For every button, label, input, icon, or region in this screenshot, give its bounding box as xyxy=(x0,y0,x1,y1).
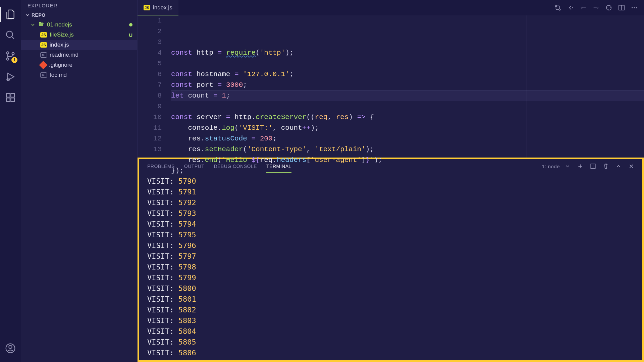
terminal-line: VISIT: 5791 xyxy=(147,187,634,197)
svg-rect-5 xyxy=(6,94,10,97)
chevron-down-icon xyxy=(30,22,36,27)
code-line[interactable]: res.statusCode = 200; xyxy=(171,133,644,144)
activity-explorer[interactable] xyxy=(0,4,21,25)
md-file-icon: M↓ xyxy=(40,72,47,78)
tree-folder[interactable]: 01-nodejs xyxy=(21,20,137,30)
record-keys-icon[interactable] xyxy=(605,4,612,11)
line-number: 2 xyxy=(138,26,162,37)
activity-run-debug[interactable] xyxy=(0,66,21,87)
line-number: 9 xyxy=(138,101,162,112)
terminal-line: VISIT: 5799 xyxy=(147,273,634,283)
file-status-badge: U xyxy=(129,32,132,38)
section-header-repo[interactable]: REPO xyxy=(21,11,137,19)
terminal-line: VISIT: 5795 xyxy=(147,230,634,240)
terminal-line: VISIT: 5803 xyxy=(147,315,634,326)
folder-label: 01-nodejs xyxy=(47,21,72,28)
terminal-line: VISIT: 5806 xyxy=(147,348,634,358)
line-number: 5 xyxy=(138,58,162,69)
js-file-icon: JS xyxy=(40,32,47,38)
code-line[interactable]: res.end(`Hello ${req.headers['user-agent… xyxy=(171,155,644,166)
svg-point-10 xyxy=(9,345,12,348)
svg-point-0 xyxy=(6,31,13,38)
line-number: 13 xyxy=(138,144,162,155)
code-line[interactable]: const server = http.createServer((req, r… xyxy=(171,112,644,123)
split-editor-icon[interactable] xyxy=(618,4,625,11)
line-number: 8 xyxy=(138,90,162,101)
panel-tab-problems[interactable]: PROBLEMS xyxy=(147,160,175,173)
line-number: 7 xyxy=(138,80,162,90)
svg-point-20 xyxy=(636,7,637,8)
svg-point-14 xyxy=(581,7,583,8)
terminal-line: VISIT: 5794 xyxy=(147,219,634,230)
activity-bar: 1 xyxy=(0,0,21,362)
terminal-line: VISIT: 5792 xyxy=(147,197,634,208)
code-line[interactable]: const http = require('http'); xyxy=(171,48,644,58)
code-line[interactable]: console.log('VISIT:', count++); xyxy=(171,123,644,133)
md-file-icon: M↓ xyxy=(40,52,47,58)
file-label: fileSize.js xyxy=(50,32,74,38)
current-line-highlight xyxy=(171,90,644,101)
file-tree: 01-nodejs JSfileSize.jsUJSindex.jsM↓read… xyxy=(21,19,137,81)
svg-point-15 xyxy=(597,7,598,8)
git-file-icon xyxy=(39,61,47,69)
code-line[interactable]: const port = 3000; xyxy=(171,80,644,90)
line-number: 4 xyxy=(138,48,162,58)
code-line[interactable]: const hostname = '127.0.0.1'; xyxy=(171,69,644,80)
line-number-gutter: 12345678910111213 xyxy=(138,15,171,158)
play-bug-icon xyxy=(5,71,16,82)
files-icon xyxy=(5,9,16,20)
terminal-line: VISIT: 5798 xyxy=(147,262,634,273)
terminal-line: VISIT: 5804 xyxy=(147,326,634,337)
svg-point-18 xyxy=(632,7,633,8)
tab-label: index.js xyxy=(153,4,172,11)
code-line[interactable] xyxy=(171,58,644,69)
explorer-sidebar: EXPLORER REPO 01-nodejs JSfileSize.jsUJS… xyxy=(21,0,138,362)
terminal-output[interactable]: VISIT: 5790VISIT: 5791VISIT: 5792VISIT: … xyxy=(139,173,642,360)
terminal-line: VISIT: 5796 xyxy=(147,240,634,251)
svg-point-3 xyxy=(12,53,14,55)
editor-title-actions xyxy=(554,0,644,15)
js-file-icon: JS xyxy=(144,5,150,10)
file-label: .gitignore xyxy=(49,62,72,68)
tree-file[interactable]: M↓toc.md xyxy=(21,70,137,80)
svg-point-1 xyxy=(7,52,9,54)
compare-changes-icon[interactable] xyxy=(554,4,561,11)
code-area[interactable]: const http = require('http');const hostn… xyxy=(171,15,644,158)
run-below-icon[interactable] xyxy=(592,4,600,11)
terminal-line: VISIT: 5802 xyxy=(147,305,634,315)
svg-point-19 xyxy=(634,7,635,8)
svg-point-12 xyxy=(559,9,560,10)
activity-search[interactable] xyxy=(0,25,21,46)
tree-file[interactable]: .gitignore xyxy=(21,60,137,70)
line-number: 6 xyxy=(138,69,162,80)
tree-file[interactable]: JSindex.js xyxy=(21,40,137,50)
terminal-line: VISIT: 5800 xyxy=(147,283,634,294)
line-number: 12 xyxy=(138,133,162,144)
tree-file[interactable]: JSfileSize.jsU xyxy=(21,30,137,40)
line-number: 3 xyxy=(138,37,162,48)
code-line[interactable]: }); xyxy=(171,166,644,176)
terminal-line: VISIT: 5801 xyxy=(147,294,634,305)
svg-rect-7 xyxy=(6,98,10,102)
go-back-icon[interactable] xyxy=(567,4,574,11)
file-label: toc.md xyxy=(50,72,67,78)
code-line[interactable] xyxy=(171,101,644,112)
activity-accounts[interactable] xyxy=(0,338,21,359)
more-actions-icon[interactable] xyxy=(631,4,638,11)
code-line[interactable] xyxy=(171,176,644,187)
terminal-line: VISIT: 5797 xyxy=(147,251,634,262)
code-line[interactable]: res.setHeader('Content-Type', 'text/plai… xyxy=(171,144,644,155)
section-label: REPO xyxy=(32,12,46,18)
tree-file[interactable]: M↓readme.md xyxy=(21,50,137,60)
editor-tab-indexjs[interactable]: JS index.js xyxy=(138,0,178,15)
activity-source-control[interactable]: 1 xyxy=(0,46,21,66)
svg-rect-8 xyxy=(11,98,14,102)
activity-extensions[interactable] xyxy=(0,87,21,108)
code-editor[interactable]: 12345678910111213 const http = require('… xyxy=(138,15,644,158)
modified-dot-icon xyxy=(129,23,132,26)
folder-open-icon xyxy=(38,21,44,29)
chevron-down-icon xyxy=(25,12,30,18)
bottom-panel: PROBLEMSOUTPUTDEBUG CONSOLETERMINAL 1: n… xyxy=(138,158,644,362)
run-above-icon[interactable] xyxy=(580,4,587,11)
sidebar-title: EXPLORER xyxy=(21,0,137,11)
